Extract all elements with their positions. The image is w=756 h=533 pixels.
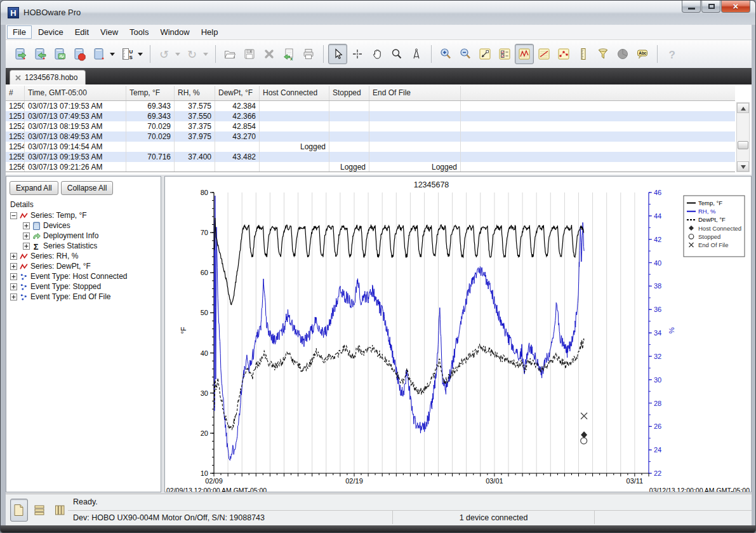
help-button[interactable]: ? (662, 44, 681, 64)
save-file-button[interactable] (240, 44, 259, 64)
collapse-toggle-icon[interactable] (10, 212, 17, 219)
tree-item[interactable]: Event Type: End Of File (9, 292, 161, 302)
column-header[interactable]: Host Connected (260, 86, 329, 100)
measure-tool-button[interactable] (407, 44, 426, 64)
column-header[interactable]: End Of File (369, 86, 461, 100)
table-row[interactable]: 125503/07/13 09:19:53 AM70.71637.40043.4… (6, 152, 735, 162)
expand-toggle-icon[interactable] (10, 263, 17, 270)
table-row[interactable]: 125103/07/13 07:49:53 AM69.34337.55042.3… (6, 111, 735, 121)
minimize-button[interactable] (682, 1, 701, 13)
zoom-out-button[interactable] (456, 44, 475, 64)
pan-tool-button[interactable] (368, 44, 387, 64)
annotate-button[interactable]: Abc (633, 44, 652, 64)
expand-all-button[interactable]: Expand All (10, 181, 58, 195)
menu-window[interactable]: Window (155, 26, 194, 38)
view-plot-button-status[interactable] (10, 499, 28, 522)
stop-device-button[interactable] (70, 44, 89, 64)
crosshair-tool-button[interactable] (348, 44, 367, 64)
table-row[interactable]: 125203/07/13 08:19:53 AM70.02937.37542.8… (6, 121, 735, 132)
redo-button[interactable]: ↻ (183, 44, 202, 64)
table-cell: 03/07/13 08:19:53 AM (25, 121, 126, 132)
window-title: HOBOware Pro (23, 8, 81, 17)
print-button[interactable] (299, 44, 318, 64)
menu-tools[interactable]: Tools (124, 26, 154, 38)
filter-series-button[interactable] (594, 44, 613, 64)
open-file-button[interactable] (220, 44, 239, 64)
expand-toggle-icon[interactable] (10, 283, 17, 290)
view-split-button-status[interactable] (51, 499, 69, 522)
redo-icon: ↻ (185, 47, 199, 61)
collapse-all-button[interactable]: Collapse All (61, 181, 114, 195)
view-plot-button[interactable] (515, 44, 534, 64)
title-bar[interactable]: H HOBOware Pro × (1, 1, 755, 25)
scroll-down-button[interactable] (737, 161, 749, 172)
series-rh (214, 196, 584, 460)
table-cell (369, 121, 461, 132)
menu-help[interactable]: Help (196, 26, 223, 38)
table-cell: 37.575 (175, 101, 215, 111)
tree-item[interactable]: Devices (9, 220, 161, 231)
table-scrollbar[interactable] (736, 102, 750, 172)
undo-button-dropdown[interactable] (175, 44, 181, 64)
table-cell: 70.716 (126, 152, 175, 162)
zoom-in-button[interactable] (436, 44, 455, 64)
menu-view[interactable]: View (95, 26, 123, 38)
readout-device-button[interactable] (30, 44, 50, 64)
menu-file[interactable]: File (7, 25, 32, 39)
toolbar-separator (215, 45, 216, 63)
tree-item[interactable]: Series: RH, % (9, 251, 161, 261)
scrollbar-thumb[interactable] (738, 141, 748, 149)
units-button-dropdown[interactable] (137, 44, 143, 64)
tree-item[interactable]: Deployment Info (9, 231, 161, 241)
select-device-button[interactable] (90, 44, 109, 64)
column-header[interactable]: Temp, °F (126, 86, 175, 100)
units-button[interactable]: US (117, 44, 136, 64)
plot-setup-button[interactable] (534, 44, 554, 64)
close-button[interactable]: × (721, 1, 750, 13)
tree-item[interactable]: Event Type: Stopped (9, 281, 161, 292)
table-row[interactable]: 125303/07/13 08:49:53 AM70.02937.97543.2… (6, 132, 735, 142)
expand-toggle-icon[interactable] (10, 253, 17, 260)
tab-close-icon[interactable] (15, 75, 21, 81)
device-status-button[interactable] (50, 44, 69, 64)
launch-device-button[interactable] (11, 44, 30, 64)
table-row[interactable]: 125003/07/13 07:19:53 AM69.34337.57542.3… (6, 101, 735, 111)
column-header[interactable]: # (6, 86, 25, 100)
maximize-button[interactable] (701, 1, 720, 13)
series-properties-button[interactable] (495, 44, 514, 64)
view-table-button-status[interactable] (30, 499, 48, 522)
tree-item[interactable]: Series: Temp, °F (9, 210, 161, 220)
expand-toggle-icon[interactable] (10, 293, 17, 300)
zoom-tool-button[interactable] (387, 44, 406, 64)
undo-button[interactable]: ↺ (155, 44, 174, 64)
select-device-button-dropdown[interactable] (109, 44, 116, 64)
ruler-button[interactable] (574, 44, 593, 64)
expand-toggle-icon[interactable] (23, 222, 30, 229)
tree-item[interactable]: Series: DewPt, °F (9, 261, 161, 271)
column-header[interactable]: RH, % (175, 86, 215, 100)
chart-svg[interactable]: 123456781020304050607080°F22242628303234… (165, 177, 751, 492)
table-row[interactable]: 125403/07/13 09:14:54 AMLogged (6, 142, 735, 152)
tree-item[interactable]: ΣSeries Statistics (9, 241, 161, 251)
mark-points-button[interactable] (554, 44, 573, 64)
tab-datafile[interactable]: 12345678.hobo (10, 70, 86, 84)
column-header[interactable]: Stopped (329, 86, 369, 100)
close-file-button[interactable] (260, 44, 279, 64)
export-button[interactable]: x (279, 44, 298, 64)
expand-toggle-icon[interactable] (23, 243, 30, 250)
column-header[interactable]: DewPt, °F (215, 86, 260, 100)
tree-item[interactable]: Event Type: Host Connected (9, 271, 161, 281)
column-header[interactable]: Time, GMT-05:00 (25, 86, 126, 100)
pie-chart-button[interactable] (613, 44, 632, 64)
redo-button-dropdown[interactable] (202, 44, 209, 64)
plot-canvas[interactable]: 123456781020304050607080°F22242628303234… (165, 177, 751, 492)
resize-plot-button[interactable] (475, 44, 494, 64)
expand-toggle-icon[interactable] (10, 273, 17, 280)
expand-toggle-icon[interactable] (23, 233, 30, 240)
chart-panel[interactable]: 123456781020304050607080°F22242628303234… (164, 176, 752, 492)
scroll-up-button[interactable] (737, 103, 749, 113)
pointer-tool-button[interactable] (328, 44, 347, 64)
table-row[interactable]: 125603/07/13 09:21:26 AMLoggedLogged (6, 162, 735, 172)
menu-edit[interactable]: Edit (70, 26, 94, 38)
menu-device[interactable]: Device (33, 26, 69, 38)
